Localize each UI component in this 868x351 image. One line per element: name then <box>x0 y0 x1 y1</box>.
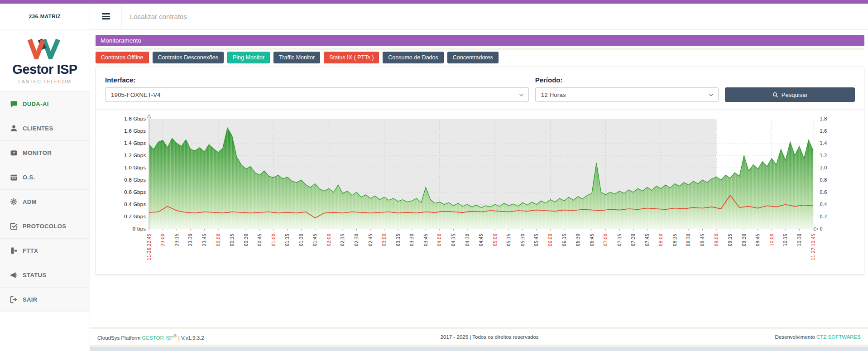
svg-text:00:30: 00:30 <box>244 234 249 246</box>
svg-text:08:15: 08:15 <box>672 234 677 246</box>
megaphone-icon <box>10 271 18 279</box>
svg-text:06:30: 06:30 <box>575 234 580 246</box>
svg-text:00:45: 00:45 <box>257 234 262 246</box>
svg-text:06:15: 06:15 <box>562 234 567 246</box>
sidebar-item-monitor[interactable]: MONITOR <box>0 141 90 165</box>
svg-text:1.8: 1.8 <box>820 116 827 121</box>
traffic-monitor-button[interactable]: Traffic Monitor <box>273 52 320 63</box>
search-button[interactable]: Pesquisar <box>725 87 855 102</box>
contratos-offline-button[interactable]: Contratos Offline <box>96 52 149 63</box>
period-selected-value: 12 Horas <box>541 91 566 98</box>
interface-selected-value: 1905-FOXNET-V4 <box>111 91 161 98</box>
divider-strip <box>96 48 864 50</box>
svg-text:0.2: 0.2 <box>820 214 827 219</box>
logo-w-mark <box>25 37 65 59</box>
user-icon <box>10 125 18 132</box>
svg-text:00:00: 00:00 <box>216 234 221 246</box>
svg-text:09:30: 09:30 <box>742 234 747 246</box>
sidebar-item-fttx[interactable]: FTTX <box>0 239 90 263</box>
registered-mark: ® <box>174 333 177 338</box>
interface-select[interactable]: 1905-FOXNET-V4 <box>105 87 529 102</box>
svg-text:1.2: 1.2 <box>820 153 827 158</box>
sidebar-item-label: CLIENTES <box>23 125 53 132</box>
page-footer: CloudSys Platform GESTOR ISP® | V.v1.9.3… <box>90 329 868 345</box>
contract-search-input[interactable] <box>122 4 868 29</box>
sidebar-item-label: PROTOCOLOS <box>23 223 66 230</box>
consumo-de-dados-button[interactable]: Consumo de Dados <box>383 52 443 63</box>
chat-icon <box>10 100 18 108</box>
interface-group: Interface: 1905-FOXNET-V4 <box>105 76 529 102</box>
sidebar-item-clientes[interactable]: CLIENTES <box>0 116 90 141</box>
svg-text:10:00: 10:00 <box>769 234 774 246</box>
svg-text:11-27 10:45: 11-27 10:45 <box>811 234 816 260</box>
svg-text:03:30: 03:30 <box>409 234 414 246</box>
sidebar-item-protocolos[interactable]: PROTOCOLOS <box>0 214 90 239</box>
svg-text:01:15: 01:15 <box>285 234 290 246</box>
svg-text:1.6: 1.6 <box>820 129 827 134</box>
svg-text:11-26 22:45: 11-26 22:45 <box>147 234 152 260</box>
bottom-accent-bar <box>90 347 868 351</box>
svg-text:1.2 Gbps: 1.2 Gbps <box>124 153 146 159</box>
ping-monitor-button[interactable]: Ping Monitor <box>227 52 270 63</box>
sidebar-item-label: SAIR <box>23 296 38 303</box>
status-ix-ptts-button[interactable]: Status IX ( PTTs ) <box>324 52 379 63</box>
svg-text:03:15: 03:15 <box>396 234 401 246</box>
period-group: Período: 12 Horas <box>535 76 719 102</box>
sidebar: 236-MATRIZ Gestor ISP LANTEC TELECOM DUD… <box>0 4 90 351</box>
sidebar-item-status[interactable]: STATUS <box>0 263 90 288</box>
svg-text:0 bps: 0 bps <box>133 226 146 232</box>
monitor-icon <box>10 149 18 157</box>
svg-text:23:00: 23:00 <box>160 234 165 246</box>
content-area: Monitoramento Contratos OfflineContratos… <box>90 29 868 327</box>
svg-text:0.8: 0.8 <box>820 178 827 183</box>
sidebar-item-label: FTTX <box>23 247 38 254</box>
contratos-desconex-es-button[interactable]: Contratos Desconexões <box>153 52 224 63</box>
panel-title: Monitoramento <box>96 35 864 46</box>
fttx-icon <box>10 247 18 255</box>
svg-text:08:30: 08:30 <box>686 234 691 246</box>
svg-text:0.2 Gbps: 0.2 Gbps <box>124 214 146 220</box>
svg-text:0.6 Gbps: 0.6 Gbps <box>124 189 146 195</box>
svg-text:1.0 Gbps: 1.0 Gbps <box>124 165 146 171</box>
svg-text:01:30: 01:30 <box>299 234 304 246</box>
logo-subtitle: LANTEC TELECOM <box>0 79 90 84</box>
calendar-icon <box>10 173 18 181</box>
svg-text:23:30: 23:30 <box>188 234 193 246</box>
sidebar-item-adm[interactable]: ADM <box>0 190 90 214</box>
concentradores-button[interactable]: Concentradores <box>447 52 499 63</box>
branch-name: 236-MATRIZ <box>0 4 90 29</box>
card-divider <box>96 109 864 110</box>
period-select[interactable]: 12 Horas <box>535 87 719 102</box>
svg-text:0.4: 0.4 <box>820 202 827 207</box>
svg-text:09:15: 09:15 <box>728 234 733 246</box>
ctz-softwares-link[interactable]: CTZ SOFTWARES <box>816 334 861 340</box>
sidebar-item-label: O.S. <box>23 174 35 181</box>
svg-text:10:15: 10:15 <box>783 234 788 246</box>
traffic-card: Interface: 1905-FOXNET-V4 Período: 12 Ho… <box>96 67 864 275</box>
svg-text:01:00: 01:00 <box>271 234 276 246</box>
svg-text:09:45: 09:45 <box>755 234 760 246</box>
sidebar-item-sair[interactable]: SAIR <box>0 288 90 312</box>
traffic-filter-form: Interface: 1905-FOXNET-V4 Período: 12 Ho… <box>105 76 855 102</box>
gestor-isp-link[interactable]: GESTOR ISP <box>142 335 173 341</box>
search-group: Pesquisar <box>725 87 855 102</box>
svg-text:04:15: 04:15 <box>451 234 456 246</box>
footer-developer: Desenvolvimento CTZ SOFTWARES <box>775 334 861 340</box>
sidebar-menu: DUDA-AICLIENTESMONITORO.S.ADMPROTOCOLOSF… <box>0 91 90 312</box>
svg-text:07:15: 07:15 <box>617 234 622 246</box>
svg-text:1.0: 1.0 <box>820 165 827 170</box>
svg-text:04:00: 04:00 <box>437 234 442 246</box>
svg-text:04:30: 04:30 <box>465 234 470 246</box>
hamburger-menu-icon[interactable] <box>90 4 122 29</box>
sidebar-item-duda-ai[interactable]: DUDA-AI <box>0 92 90 116</box>
footer-credits: CloudSys Platform GESTOR ISP® | V.v1.9.3… <box>97 333 204 341</box>
sidebar-item-o-s[interactable]: O.S. <box>0 165 90 190</box>
interface-label: Interface: <box>105 76 529 84</box>
chevron-down-icon <box>519 91 523 96</box>
svg-text:02:45: 02:45 <box>368 234 373 246</box>
search-button-label: Pesquisar <box>782 91 808 98</box>
svg-text:23:15: 23:15 <box>174 234 179 246</box>
svg-text:06:00: 06:00 <box>548 234 553 246</box>
svg-text:0.6: 0.6 <box>820 190 827 195</box>
svg-text:05:45: 05:45 <box>534 234 539 246</box>
